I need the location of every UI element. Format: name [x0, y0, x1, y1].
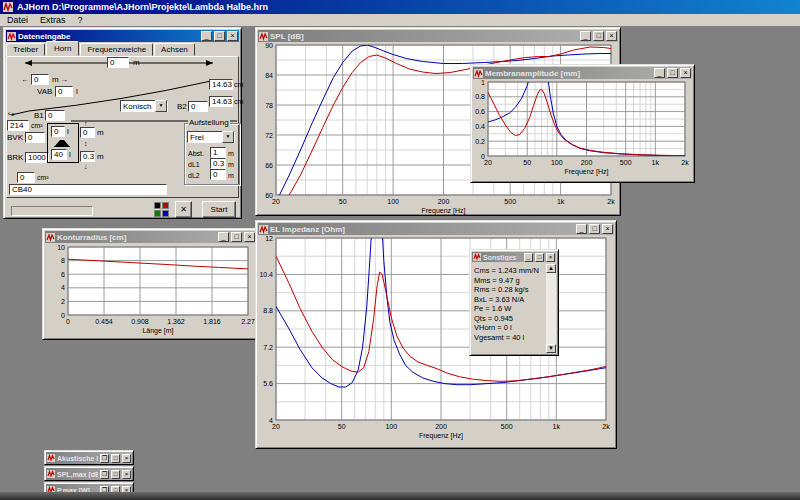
b2-label: B2 — [177, 102, 187, 112]
window-bottom-edge — [0, 492, 800, 500]
dateneingabe-titlebar[interactable]: Dateneingabe _ □ × — [6, 30, 239, 42]
minimized-titlebar[interactable]: Akustische L ❐ □ × — [46, 452, 132, 464]
maximize-button[interactable]: □ — [111, 454, 120, 463]
contour-select[interactable]: Konisch ▼ — [120, 100, 168, 112]
chamber-rear-field[interactable]: 40 — [51, 149, 67, 160]
dl1-field[interactable]: 0.3 — [210, 158, 226, 169]
membranamplitude-window: Membranamplitude [mm] _ □ × 205010020050… — [470, 64, 695, 183]
sonstiges-titlebar[interactable]: Sonstiges _ □ × — [472, 252, 556, 262]
spl-titlebar[interactable]: SPL [dB] _ □ × — [258, 30, 618, 42]
b2-field[interactable]: 0 — [188, 101, 208, 112]
parameter-line: Qts = 0.945 — [474, 314, 544, 324]
restore-button[interactable]: ❐ — [100, 470, 109, 479]
minimized-window-akustische-leistung[interactable]: Akustische L ❐ □ × — [44, 450, 134, 465]
maximize-button[interactable]: □ — [214, 31, 225, 41]
close-button[interactable]: × — [680, 68, 691, 78]
close-button[interactable]: × — [244, 232, 255, 242]
brk-field[interactable]: 1000 — [25, 152, 49, 163]
arrow-hook-icon: ↪ — [8, 110, 15, 120]
color-swatch-green[interactable] — [154, 210, 161, 217]
tab-achsen[interactable]: Achsen — [154, 43, 195, 56]
arrow-left-icon: ← — [21, 75, 29, 85]
minimize-button[interactable]: _ — [576, 224, 587, 234]
maximize-button[interactable]: □ — [589, 224, 600, 234]
svg-text:100: 100 — [385, 423, 397, 430]
tab-horn[interactable]: Horn — [46, 41, 79, 56]
dateneingabe-title: Dateneingabe — [18, 32, 199, 41]
svg-text:0.2: 0.2 — [475, 138, 485, 145]
menu-bar: Datei Extras ? — [0, 14, 800, 27]
svg-text:50: 50 — [523, 159, 531, 166]
ajhorn-icon — [47, 454, 55, 462]
start-button[interactable]: Start — [202, 201, 236, 218]
chamber-front-field[interactable]: 0 — [51, 126, 65, 137]
maximize-button[interactable]: □ — [535, 253, 544, 262]
minimize-button[interactable]: _ — [580, 31, 591, 41]
minimized-titlebar[interactable]: SPL,max [dB] ❐ □ × — [46, 468, 132, 480]
offset-top-field[interactable]: 0 — [80, 127, 95, 138]
restore-button[interactable]: ❐ — [100, 454, 109, 463]
impedanz-titlebar[interactable]: EL Impedanz [Ohm] _ □ × — [258, 223, 614, 235]
vab-field[interactable]: 0 — [55, 86, 73, 97]
maximize-button[interactable]: □ — [593, 31, 604, 41]
abst-field[interactable]: 1 — [210, 147, 226, 158]
aufstellung-select[interactable]: Frei ▼ — [187, 131, 235, 143]
menu-extras[interactable]: Extras — [35, 15, 71, 25]
svg-text:20: 20 — [272, 423, 280, 430]
color-swatch-black[interactable] — [154, 202, 161, 209]
close-button[interactable]: × — [122, 470, 131, 479]
tab-treiber[interactable]: Treiber — [6, 43, 45, 56]
minimized-title: SPL,max [dB] — [57, 471, 98, 478]
svg-text:Frequenz [Hz]: Frequenz [Hz] — [422, 207, 466, 215]
minimized-window-spl-max[interactable]: SPL,max [dB] ❐ □ × — [44, 466, 134, 481]
b1-field[interactable]: 0 — [45, 110, 65, 121]
minimize-button[interactable]: _ — [524, 253, 533, 262]
svg-text:500: 500 — [620, 159, 632, 166]
close-button[interactable]: × — [606, 31, 617, 41]
menu-datei[interactable]: Datei — [2, 15, 33, 25]
svg-text:200: 200 — [438, 198, 450, 205]
close-button[interactable]: × — [602, 224, 613, 234]
minimize-button[interactable]: _ — [201, 31, 212, 41]
parameter-line: BxL = 3.63 N/A — [474, 295, 544, 305]
delete-curves-button[interactable]: ✕ — [175, 201, 192, 218]
b1-label: B1 — [34, 111, 44, 121]
color-swatch-red[interactable] — [162, 202, 169, 209]
total-length-field[interactable]: 0 — [107, 57, 129, 68]
svg-text:84: 84 — [265, 72, 273, 79]
scroll-up-icon[interactable]: ▲ — [546, 264, 556, 273]
svg-text:2.27: 2.27 — [241, 318, 255, 325]
svg-text:100: 100 — [387, 198, 399, 205]
maximize-button[interactable]: □ — [231, 232, 242, 242]
membranamplitude-titlebar[interactable]: Membranamplitude [mm] _ □ × — [473, 67, 692, 79]
chevron-down-icon[interactable]: ▼ — [222, 131, 234, 143]
tab-frequenzweiche[interactable]: Frequenzweiche — [80, 43, 153, 56]
bvk-field[interactable]: 0 — [25, 132, 45, 143]
parameter-line: Pe = 1.6 W — [474, 304, 544, 314]
svg-text:4: 4 — [61, 284, 65, 291]
menu-help[interactable]: ? — [73, 15, 88, 25]
close-button[interactable]: × — [122, 454, 131, 463]
ajhorn-app-icon — [3, 2, 13, 12]
main-titlebar[interactable]: AJHorn D:\Programme\AJHorn\Projekte\Lamb… — [0, 0, 800, 14]
mouth-height-unit: cm — [234, 97, 243, 107]
svg-text:66: 66 — [265, 162, 273, 169]
close-button[interactable]: × — [546, 253, 555, 262]
konturradius-titlebar[interactable]: Konturradius [cm] _ □ × — [45, 231, 256, 243]
project-name-field[interactable]: CB40 — [9, 184, 167, 195]
scroll-down-icon[interactable]: ▼ — [546, 344, 556, 353]
chevron-down-icon[interactable]: ▼ — [155, 100, 167, 112]
front-length-field[interactable]: 0 — [31, 74, 49, 85]
dl2-field[interactable]: 0 — [210, 169, 226, 180]
maximize-button[interactable]: □ — [667, 68, 678, 78]
dl2-unit: m — [228, 171, 234, 181]
scrollbar[interactable]: ▲ ▼ — [546, 264, 556, 353]
close-button[interactable]: × — [227, 31, 238, 41]
minimize-button[interactable]: _ — [654, 68, 665, 78]
offset-mid-unit: m — [97, 152, 104, 162]
maximize-button[interactable]: □ — [111, 470, 120, 479]
port-area-field[interactable]: 0 — [17, 172, 35, 183]
minimize-button[interactable]: _ — [218, 232, 229, 242]
color-swatch-blue[interactable] — [162, 210, 169, 217]
offset-mid-field[interactable]: 0.3 — [80, 151, 95, 162]
